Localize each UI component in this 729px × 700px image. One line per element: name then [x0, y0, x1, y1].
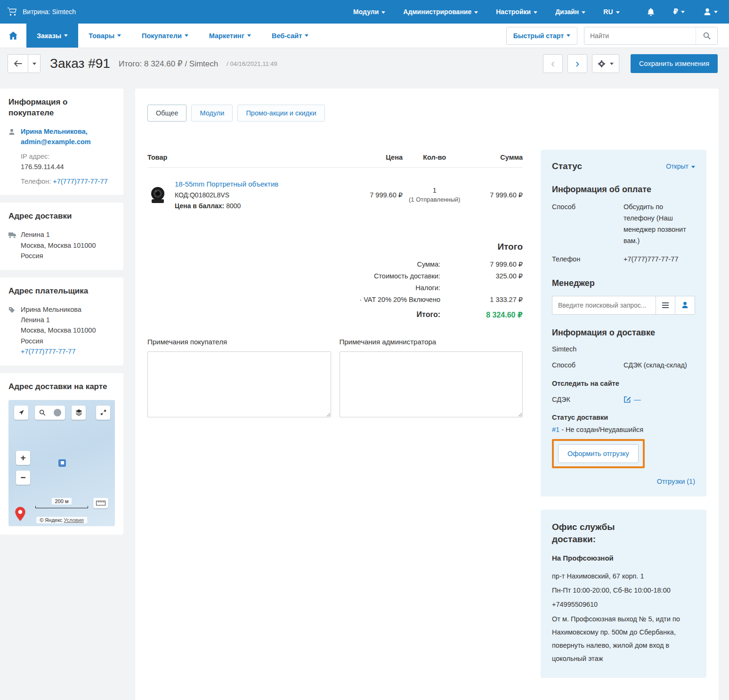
tab-general[interactable]: Общее — [147, 105, 186, 122]
column-header-price: Цена — [342, 149, 403, 168]
status-dropdown[interactable]: Открыт — [666, 163, 695, 170]
truck-icon — [8, 231, 16, 241]
menu-addons[interactable]: Модули — [353, 8, 385, 16]
map-fullscreen-button[interactable] — [96, 406, 110, 420]
tab-addons[interactable]: Модули — [191, 105, 233, 122]
back-button[interactable] — [8, 54, 28, 73]
search-icon — [703, 32, 711, 40]
shipment-id-link[interactable]: #1 — [552, 426, 559, 433]
shipments-link[interactable]: Отгрузки (1) — [552, 478, 695, 485]
menu-language[interactable]: RU — [603, 8, 619, 16]
menu-design[interactable]: Дизайн — [555, 8, 585, 16]
order-item-row: 18-55mm Портретный объектив КОД:Q01802L8… — [147, 168, 523, 222]
address-line: Ленина 1 — [21, 229, 115, 240]
delivery-office-panel: Офис службы доставки: На Профсоюзной пр-… — [541, 510, 706, 677]
hamburger-icon — [662, 302, 669, 308]
back-arrow-icon — [14, 60, 22, 67]
create-shipment-button[interactable]: Оформить отгрузку — [558, 444, 639, 463]
topbar: Витрина: Simtech Модули Администрировани… — [0, 0, 729, 24]
nav-item-products[interactable]: Товары — [78, 24, 131, 48]
gear-icon — [598, 60, 605, 67]
taxes-label: Налоги: — [415, 284, 440, 292]
previous-order-button[interactable]: ‹ — [543, 54, 563, 73]
shipping-address-panel: Адрес доставки Ленина 1 Москва, Москва 1… — [0, 203, 123, 269]
payment-info-title: Информация об оплате — [552, 185, 695, 195]
billing-phone-link[interactable]: +7(777)777-77-77 — [21, 348, 76, 355]
gear-menu-button[interactable] — [592, 54, 619, 73]
map-locate-button[interactable] — [14, 406, 28, 420]
menu-administration[interactable]: Администрирование — [403, 8, 478, 16]
topbar-menus: Модули Администрирование Настройки Дизай… — [353, 8, 620, 16]
menu-settings[interactable]: Настройки — [496, 8, 537, 16]
customer-notes-textarea[interactable] — [147, 351, 331, 417]
account-button[interactable] — [704, 8, 718, 16]
carrier-label: СДЭК — [552, 394, 624, 406]
fullscreen-icon — [100, 409, 106, 415]
search-button[interactable] — [696, 27, 717, 44]
manager-list-button[interactable] — [656, 296, 675, 315]
points-label: Цена в баллах: — [175, 202, 224, 210]
shipping-cost-label: Стоимость доставки: — [374, 272, 440, 280]
yandex-map[interactable]: + − 200 м © Яндекс Условия — [8, 400, 115, 526]
nav-item-customers[interactable]: Покупатели — [131, 24, 199, 48]
save-changes-button[interactable]: Сохранить изменения — [631, 54, 718, 73]
order-date: / 04/16/2021,11:49 — [227, 60, 277, 67]
annotation-highlight: Оформить отгрузку — [552, 439, 645, 468]
status-label: Статус — [552, 161, 582, 171]
map-zoom-out-button[interactable]: − — [16, 471, 30, 485]
manager-assign-button[interactable] — [675, 296, 695, 315]
customer-phone-link[interactable]: +7(777)777-77-77 — [53, 178, 108, 185]
back-split-button — [8, 54, 40, 73]
product-code: КОД:Q01802L8VS — [175, 191, 278, 199]
manager-search-input[interactable] — [552, 296, 656, 315]
map-marker — [58, 459, 66, 467]
nav-item-website[interactable]: Веб-сайт — [261, 24, 319, 48]
billing-address-panel: Адрес плательщика Ирина Мельникова Ленин… — [0, 277, 123, 366]
map-search-control[interactable] — [35, 406, 65, 420]
home-button[interactable] — [0, 24, 26, 48]
map-layers-button[interactable] — [72, 406, 86, 420]
vendor-name: Simtech — [552, 345, 695, 353]
notifications-button[interactable] — [647, 8, 655, 16]
nav-item-marketing[interactable]: Маркетинг — [199, 24, 261, 48]
grand-total-value: 8 324.60 ₽ — [440, 310, 523, 319]
locate-arrow-icon — [18, 409, 24, 415]
bell-icon — [647, 8, 655, 16]
customer-name-link[interactable]: Ирина Мельникова, — [21, 128, 88, 135]
shipping-method-value: СДЭК (склад-склад) — [624, 360, 695, 371]
currency-button[interactable]: ₽ — [673, 8, 685, 16]
customer-email-link[interactable]: admin@example.com — [21, 138, 91, 146]
payment-phone-value: +7(777)777-77-77 — [624, 254, 695, 265]
search-input[interactable] — [584, 27, 696, 44]
tab-promotions[interactable]: Промо-акции и скидки — [237, 105, 324, 122]
ruler-icon — [96, 501, 105, 505]
admin-notes-textarea[interactable] — [340, 351, 523, 417]
next-order-button[interactable]: › — [567, 54, 587, 73]
caret-down-icon — [610, 63, 614, 65]
home-icon — [9, 32, 17, 40]
map-terms-link[interactable]: Условия — [64, 517, 83, 523]
quick-start-button[interactable]: Быстрый старт — [506, 27, 577, 45]
cart-icon[interactable] — [8, 8, 17, 16]
nav-item-orders[interactable]: Заказы — [26, 24, 78, 48]
office-phone: +74995509610 — [552, 598, 695, 611]
page-header: Заказ #91 Итого: 8 324.60 ₽ / Simtech / … — [0, 48, 729, 79]
map-zoom-in-button[interactable]: + — [16, 451, 30, 465]
map-ruler-button[interactable] — [93, 498, 108, 508]
caret-down-icon — [381, 11, 385, 14]
map-pin-icon — [15, 507, 25, 522]
edit-tracking-button[interactable] — [624, 396, 631, 403]
back-dropdown-button[interactable] — [28, 54, 40, 73]
storefront-label[interactable]: Витрина: Simtech — [23, 8, 76, 16]
currency-label: ₽ — [673, 8, 678, 16]
office-name: На Профсоюзной — [552, 554, 695, 562]
subtotal-label: Сумма: — [417, 260, 440, 268]
map-copyright: © Яндекс Условия — [36, 517, 87, 523]
ip-value: 176.59.114.44 — [21, 162, 115, 172]
customer-info-panel: Информация о покупателе Ирина Мельникова… — [0, 89, 123, 195]
order-items-table: Товар Цена Кол-во Сумма — [147, 149, 523, 222]
product-name-link[interactable]: 18-55mm Портретный объектив — [175, 180, 278, 188]
shipment-status-label: Статус доставки — [552, 414, 695, 421]
map-scale: 200 м — [35, 497, 88, 508]
product-image[interactable] — [147, 185, 168, 205]
